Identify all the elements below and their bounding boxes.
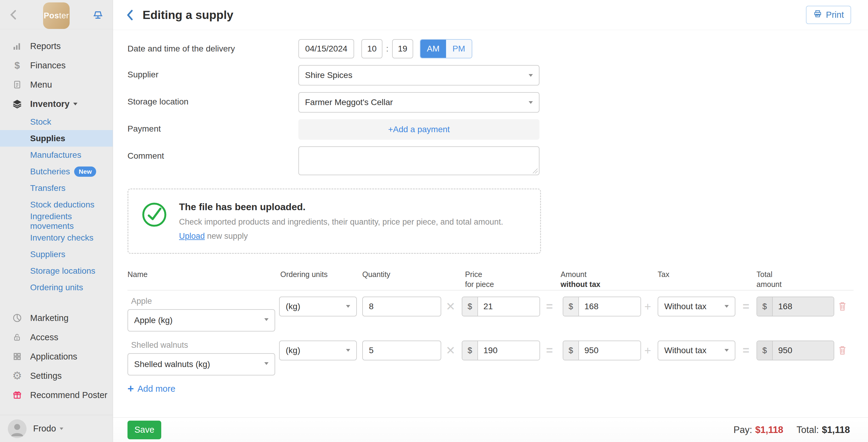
sidebar-item-stock[interactable]: Stock	[0, 113, 113, 130]
pie-chart-icon	[10, 313, 24, 323]
sidebar-item-inventory[interactable]: Inventory	[0, 94, 113, 113]
sidebar-item-access[interactable]: Access	[0, 328, 113, 347]
gift-icon	[10, 390, 24, 400]
tax-select[interactable]: Without tax	[658, 341, 735, 361]
product-select[interactable]: Apple (kg)	[127, 309, 275, 332]
payment-box: +Add a payment	[299, 119, 539, 140]
check-circle-icon	[141, 201, 167, 241]
minute-input[interactable]: 19	[392, 39, 413, 59]
storage-label: Storage location	[127, 92, 299, 107]
quantity-input[interactable]: 5	[362, 341, 441, 361]
am-button[interactable]: AM	[421, 40, 446, 58]
storage-select[interactable]: Farmer Meggot's Cellar	[299, 92, 539, 113]
currency-prefix: $	[563, 341, 579, 360]
sidebar-item-storage-locations[interactable]: Storage locations	[0, 263, 113, 279]
form-row-date: Date and time of the delivery 04/15/2024…	[127, 39, 854, 59]
chevron-down-icon	[529, 74, 533, 77]
amount-input-group: $ 168	[563, 297, 641, 316]
delete-row-button[interactable]	[838, 301, 847, 313]
ordering-unit-select[interactable]: (kg)	[279, 341, 357, 361]
sidebar-item-label: Marketing	[30, 313, 68, 323]
sidebar-item-suppliers[interactable]: Suppliers	[0, 246, 113, 263]
add-payment-link[interactable]: +Add a payment	[388, 125, 450, 134]
sidebar-item-stock-deductions[interactable]: Stock deductions	[0, 196, 113, 213]
back-button[interactable]	[126, 9, 135, 21]
content: Date and time of the delivery 04/15/2024…	[113, 30, 868, 417]
sidebar-item-manufactures[interactable]: Manufactures	[0, 147, 113, 163]
pay-label: Pay:	[734, 424, 752, 435]
supplier-select[interactable]: Shire Spices	[299, 65, 539, 86]
logo-text-bold: Pos	[44, 11, 59, 21]
currency-prefix: $	[563, 297, 579, 316]
tax-select[interactable]: Without tax	[658, 297, 735, 316]
items-table: Name Ordering units Quantity Price for p…	[127, 270, 854, 394]
price-input[interactable]: 21	[478, 297, 539, 316]
sidebar-sub-label: Butcheries	[30, 167, 70, 176]
form-row-comment: Comment	[127, 146, 854, 175]
sidebar-item-reports[interactable]: Reports	[0, 36, 113, 56]
new-badge: New	[74, 167, 96, 177]
sidebar-item-label: Applications	[30, 352, 77, 362]
col-amount: Amount	[561, 270, 587, 279]
pm-button[interactable]: PM	[446, 40, 472, 58]
sidebar-sub-label: Supplies	[30, 134, 65, 143]
sidebar-item-recommend-poster[interactable]: Recommend Poster	[0, 385, 113, 405]
main-panel: Editing a supply Print Date and time of …	[113, 0, 868, 442]
ordering-unit-select[interactable]: (kg)	[279, 297, 357, 316]
equals-operator: =	[543, 341, 556, 361]
pay-total: Pay:$1,118	[734, 424, 783, 435]
document-icon	[10, 80, 24, 90]
user-name: Frodo	[33, 423, 56, 434]
save-button[interactable]: Save	[127, 420, 161, 439]
chevron-down-icon	[724, 305, 729, 308]
totals: Pay:$1,118 Total:$1,118	[734, 424, 850, 435]
sidebar-item-menu[interactable]: Menu	[0, 75, 113, 94]
comment-textarea[interactable]	[299, 146, 539, 175]
date-label: Date and time of the delivery	[127, 39, 299, 54]
chevron-down-icon	[60, 428, 63, 430]
col-price-sub: for piece	[465, 280, 494, 289]
sidebar-item-finances[interactable]: $ Finances	[0, 56, 113, 75]
sidebar-item-ingredients-movements[interactable]: Ingredients movements	[0, 213, 113, 230]
sidebar-item-supplies[interactable]: Supplies	[0, 130, 113, 147]
amount-input[interactable]: 168	[579, 297, 641, 316]
sidebar-back-icon[interactable]	[8, 9, 19, 22]
sidebar-item-inventory-checks[interactable]: Inventory checks	[0, 230, 113, 246]
comment-label: Comment	[127, 146, 299, 161]
col-total: Total	[756, 270, 772, 279]
col-tax: Tax	[658, 270, 670, 279]
sidebar-item-ordering-units[interactable]: Ordering units	[0, 279, 113, 296]
sidebar-item-transfers[interactable]: Transfers	[0, 180, 113, 196]
avatar	[8, 419, 27, 438]
sidebar-item-settings[interactable]: ⚙ Settings	[0, 366, 113, 385]
sidebar-sub-label: Stock	[30, 117, 51, 127]
poster-logo[interactable]: Poster	[43, 2, 70, 29]
sidebar-item-label: Access	[30, 332, 58, 342]
unit-value: (kg)	[286, 302, 300, 311]
plus-operator: +	[641, 341, 654, 361]
sidebar-item-butcheries[interactable]: ButcheriesNew	[0, 163, 113, 180]
chevron-down-icon	[724, 349, 729, 352]
resize-handle[interactable]	[533, 169, 538, 173]
add-more-button[interactable]: + Add more	[127, 384, 854, 394]
sidebar-sub-label: Transfers	[30, 183, 65, 193]
print-button[interactable]: Print	[806, 6, 851, 24]
multiply-operator: ✕	[444, 341, 457, 361]
user-menu[interactable]: Frodo	[0, 415, 113, 442]
equals-operator: =	[739, 297, 752, 316]
col-quantity: Quantity	[362, 270, 390, 279]
amount-input[interactable]: 950	[579, 341, 641, 360]
table-header: Name Ordering units Quantity Price for p…	[127, 270, 854, 287]
sidebar-item-applications[interactable]: Applications	[0, 347, 113, 366]
quantity-input[interactable]: 8	[362, 297, 441, 316]
sidebar-sub-label: Suppliers	[30, 249, 65, 259]
upload-link[interactable]: Upload	[179, 232, 205, 241]
date-input[interactable]: 04/15/2024	[299, 39, 354, 59]
hour-input[interactable]: 10	[361, 39, 382, 59]
price-input[interactable]: 190	[478, 341, 539, 360]
pos-terminal-icon[interactable]	[92, 8, 104, 22]
payment-label: Payment	[127, 119, 299, 134]
delete-row-button[interactable]	[838, 345, 847, 357]
sidebar-item-marketing[interactable]: Marketing	[0, 308, 113, 328]
product-select[interactable]: Shelled walnuts (kg)	[127, 353, 275, 375]
